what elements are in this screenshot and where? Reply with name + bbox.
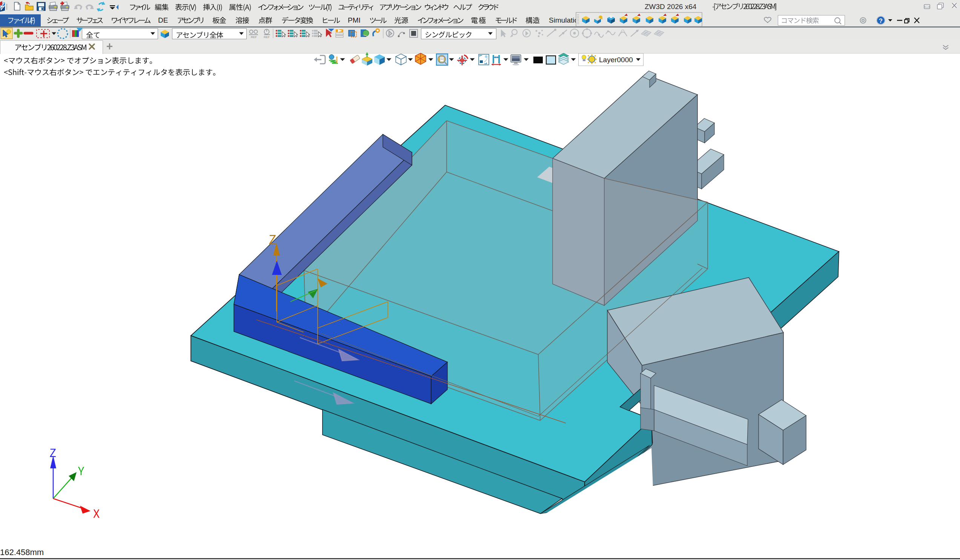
svg-text:REF: REF	[251, 35, 257, 39]
svg-text:?: ?	[879, 18, 883, 24]
svg-text:REF: REF	[264, 35, 270, 39]
